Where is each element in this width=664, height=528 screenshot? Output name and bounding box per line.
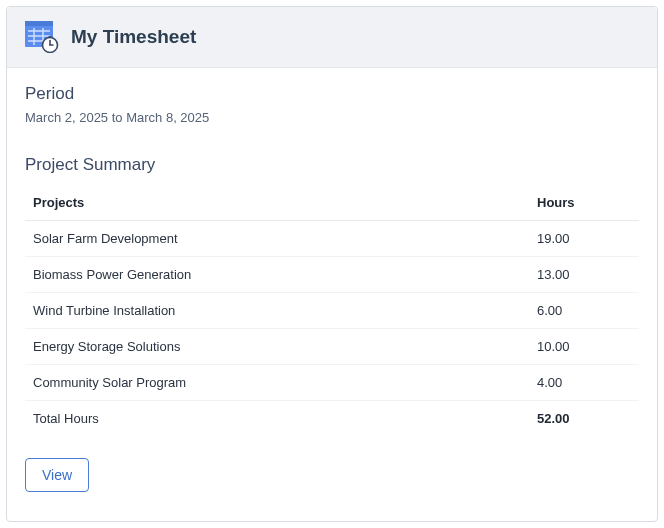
page-title: My Timesheet: [71, 26, 196, 48]
col-projects: Projects: [25, 185, 529, 221]
card-body: Period March 2, 2025 to March 8, 2025 Pr…: [7, 68, 657, 521]
table-row: Community Solar Program4.00: [25, 365, 639, 401]
actions: View: [25, 458, 639, 492]
summary-title: Project Summary: [25, 155, 639, 175]
project-summary-table: Projects Hours Solar Farm Development19.…: [25, 185, 639, 436]
project-cell: Solar Farm Development: [25, 221, 529, 257]
period-label: Period: [25, 84, 639, 104]
col-hours: Hours: [529, 185, 639, 221]
table-row: Solar Farm Development19.00: [25, 221, 639, 257]
hours-cell: 10.00: [529, 329, 639, 365]
total-value: 52.00: [529, 401, 639, 437]
table-row: Energy Storage Solutions10.00: [25, 329, 639, 365]
period-range: March 2, 2025 to March 8, 2025: [25, 110, 639, 125]
project-cell: Energy Storage Solutions: [25, 329, 529, 365]
card-header: My Timesheet: [7, 7, 657, 68]
hours-cell: 4.00: [529, 365, 639, 401]
timesheet-icon: [25, 21, 59, 53]
total-label: Total Hours: [25, 401, 529, 437]
project-cell: Wind Turbine Installation: [25, 293, 529, 329]
hours-cell: 19.00: [529, 221, 639, 257]
hours-cell: 6.00: [529, 293, 639, 329]
project-cell: Community Solar Program: [25, 365, 529, 401]
view-button[interactable]: View: [25, 458, 89, 492]
svg-rect-8: [49, 36, 52, 38]
svg-rect-1: [25, 21, 53, 26]
timesheet-card: My Timesheet Period March 2, 2025 to Mar…: [6, 6, 658, 522]
hours-cell: 13.00: [529, 257, 639, 293]
table-row: Wind Turbine Installation6.00: [25, 293, 639, 329]
table-row: Biomass Power Generation13.00: [25, 257, 639, 293]
total-row: Total Hours52.00: [25, 401, 639, 437]
project-cell: Biomass Power Generation: [25, 257, 529, 293]
